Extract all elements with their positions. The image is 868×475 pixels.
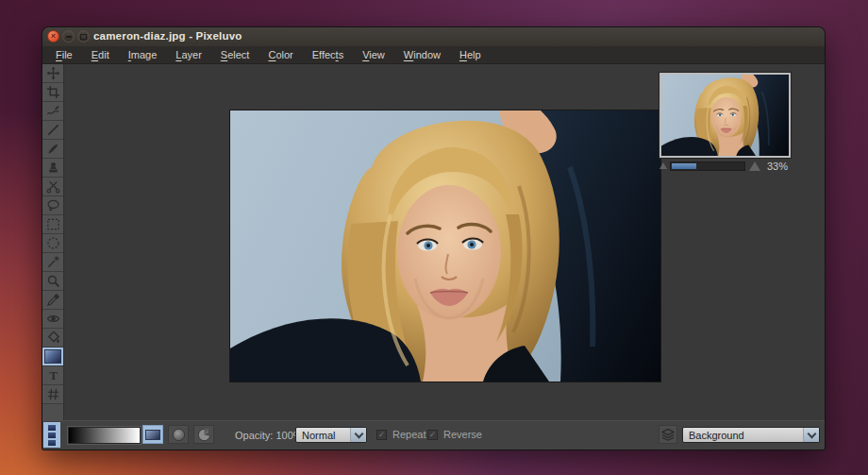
menu-file[interactable]: File: [46, 47, 82, 63]
window-title: cameron-diaz.jpg - Pixeluvo: [93, 30, 242, 42]
red-eye-icon: [46, 312, 60, 326]
brush-tool[interactable]: [42, 140, 63, 159]
text-icon: [46, 368, 60, 382]
zoom-icon: [46, 274, 60, 288]
gradient-tool[interactable]: [42, 348, 63, 366]
menu-window[interactable]: Window: [394, 47, 450, 63]
dropdown-arrow: [350, 428, 366, 442]
gradient-stop-icon: [48, 433, 56, 438]
pattern-icon: [46, 387, 60, 401]
zoom-percent-label: 33%: [767, 161, 788, 172]
reverse-checkbox[interactable]: ✓: [427, 430, 438, 440]
eyedropper-tool[interactable]: [42, 291, 63, 310]
check-icon: ✓: [429, 431, 437, 439]
scissors-tool[interactable]: [42, 178, 63, 196]
menu-help[interactable]: Help: [450, 47, 491, 63]
zoom-out-icon[interactable]: [659, 162, 667, 169]
heal-icon: [46, 104, 60, 118]
move-icon: [46, 66, 60, 80]
red-eye-tool[interactable]: [42, 310, 63, 329]
gradient-swatch-icon: [44, 349, 61, 364]
selected-layer-value: Background: [683, 430, 803, 441]
line-tool[interactable]: [42, 121, 63, 140]
repeat-option: ✓ Repeat: [376, 429, 426, 440]
lasso-tool[interactable]: [42, 196, 63, 215]
check-icon: ✓: [378, 431, 386, 439]
menu-view[interactable]: View: [353, 47, 394, 63]
menu-effects[interactable]: Effects: [303, 47, 353, 63]
dropdown-arrow: [803, 428, 819, 442]
zoom-tool[interactable]: [42, 272, 63, 291]
repeat-checkbox[interactable]: ✓: [376, 430, 387, 440]
clone-icon: [46, 161, 60, 175]
maximize-button[interactable]: [77, 30, 90, 42]
options-bar: Opacity: 100% Normal ✓ Repeat ✓ Reverse …: [42, 420, 825, 450]
minimize-button[interactable]: [62, 30, 75, 42]
layers-button[interactable]: [659, 425, 677, 444]
line-icon: [46, 123, 60, 137]
gradient-stop-icon: [48, 425, 56, 431]
close-icon: ×: [51, 32, 56, 41]
brush-icon: [46, 142, 60, 156]
menu-image[interactable]: Image: [119, 47, 167, 63]
linear-gradient-button[interactable]: [142, 425, 163, 444]
app-window: × cameron-diaz.jpg - Pixeluvo FileEditIm…: [42, 26, 826, 450]
clone-tool[interactable]: [42, 159, 63, 178]
rect-select-tool[interactable]: [42, 215, 63, 234]
pattern-tool[interactable]: [42, 385, 63, 404]
menu-layer[interactable]: Layer: [166, 47, 211, 63]
linear-gradient-icon: [145, 430, 160, 440]
image-canvas[interactable]: [229, 110, 661, 382]
close-button[interactable]: ×: [47, 30, 59, 42]
tool-column: [42, 64, 64, 421]
chevron-down-icon: [807, 429, 816, 438]
conical-gradient-button[interactable]: [193, 425, 214, 444]
conical-gradient-icon: [197, 428, 211, 442]
lasso-icon: [46, 198, 60, 212]
magic-wand-icon: [46, 255, 60, 269]
ellipse-select-icon: [46, 236, 60, 250]
fill-icon: [46, 331, 60, 345]
blend-mode-value: Normal: [296, 430, 350, 441]
eyedropper-icon: [46, 293, 60, 307]
menu-edit[interactable]: Edit: [82, 47, 119, 63]
zoom-in-icon[interactable]: [749, 161, 760, 171]
titlebar[interactable]: × cameron-diaz.jpg - Pixeluvo: [42, 27, 825, 47]
heal-tool[interactable]: [42, 102, 63, 121]
radial-gradient-icon: [172, 428, 186, 442]
text-tool[interactable]: [42, 366, 63, 385]
crop-tool[interactable]: [42, 83, 63, 102]
ellipse-select-tool[interactable]: [42, 234, 63, 253]
minimize-icon: [66, 36, 72, 38]
gradient-stops-button[interactable]: [43, 422, 60, 448]
fill-tool[interactable]: [42, 329, 63, 348]
photo-image: [230, 110, 660, 382]
layers-icon: [660, 427, 676, 442]
gradient-preview[interactable]: [68, 427, 141, 444]
menu-color[interactable]: Color: [259, 47, 302, 63]
zoom-slider[interactable]: [670, 161, 745, 171]
chevron-down-icon: [354, 429, 363, 438]
repeat-label: Repeat: [392, 429, 426, 440]
scissors-icon: [46, 179, 60, 194]
workspace: 33%: [42, 64, 825, 421]
gradient-stop-icon: [48, 440, 56, 446]
menubar: FileEditImageLayerSelectColorEffectsView…: [42, 46, 825, 64]
rect-select-icon: [46, 217, 60, 231]
radial-gradient-button[interactable]: [168, 425, 189, 444]
blend-mode-dropdown[interactable]: Normal: [295, 427, 367, 443]
move-tool[interactable]: [42, 64, 63, 83]
reverse-label: Reverse: [443, 429, 482, 440]
opacity-label: Opacity: 100%: [235, 430, 303, 441]
menu-select[interactable]: Select: [211, 47, 259, 63]
reverse-option: ✓ Reverse: [427, 429, 482, 440]
crop-icon: [46, 85, 60, 99]
thumbnail-image: [661, 75, 789, 156]
magic-wand-tool[interactable]: [42, 253, 63, 272]
maximize-icon: [80, 34, 87, 40]
zoom-slider-fill: [672, 163, 696, 169]
navigator-zoom-row: 33%: [659, 160, 791, 172]
layer-select-dropdown[interactable]: Background: [682, 427, 820, 443]
navigator-thumbnail[interactable]: [659, 73, 791, 158]
